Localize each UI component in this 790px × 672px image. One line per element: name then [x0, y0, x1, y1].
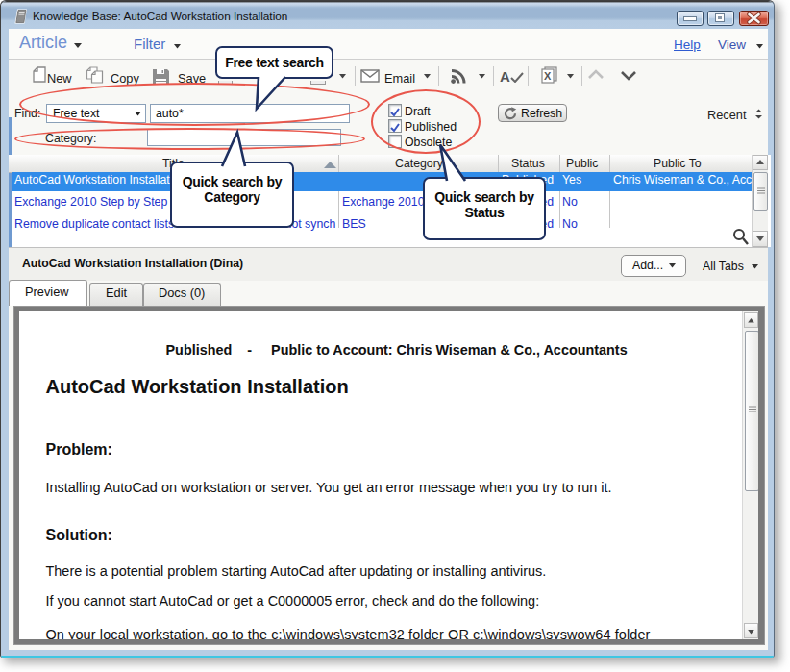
svg-text:X: X — [544, 70, 552, 82]
